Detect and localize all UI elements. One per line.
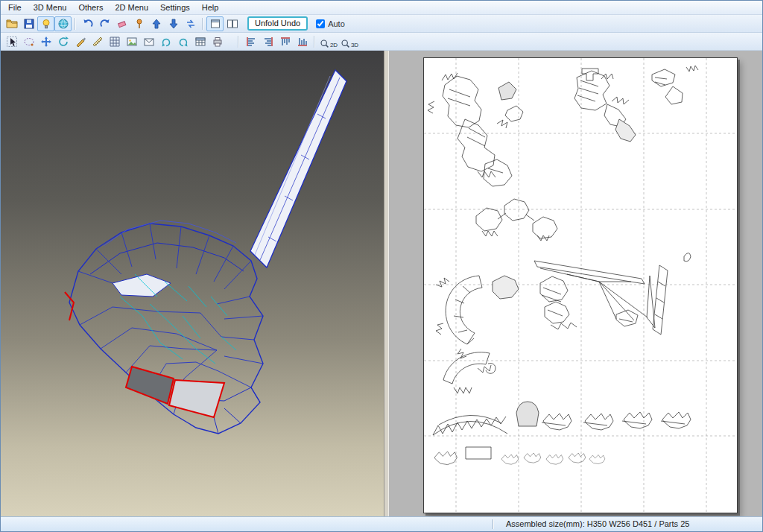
swap-button[interactable]	[182, 16, 199, 31]
toolbar-2d: 2D 3D	[1, 33, 762, 51]
menu-help[interactable]: Help	[196, 1, 225, 13]
save-button[interactable]	[20, 16, 37, 31]
pattern-cluster[interactable]	[652, 66, 698, 104]
pattern-cluster[interactable]	[574, 69, 636, 142]
zoom-3d-button[interactable]: 3D	[339, 34, 360, 49]
menu-2d-menu[interactable]: 2D Menu	[109, 1, 154, 13]
layout-table-button[interactable]	[191, 34, 209, 49]
auto-checkbox-label: Auto	[328, 19, 345, 28]
toolbar-separator	[75, 18, 76, 30]
pattern-cluster[interactable]	[534, 261, 648, 326]
menu-others[interactable]: Others	[72, 1, 109, 13]
arrow-up-icon	[151, 18, 162, 30]
split-window-icon	[227, 18, 238, 30]
ruler-icon	[92, 36, 104, 48]
pattern-cluster[interactable]	[434, 447, 605, 465]
rotate-part-button[interactable]	[54, 34, 72, 49]
pin-button[interactable]	[130, 16, 148, 31]
undo-button[interactable]	[79, 16, 96, 31]
align-right-button[interactable]	[259, 34, 276, 49]
pane-splitter[interactable]	[384, 51, 389, 516]
lightbulb-icon	[40, 18, 52, 30]
textured-sphere-icon	[57, 18, 69, 30]
grid-button[interactable]	[106, 34, 123, 49]
viewport-2d[interactable]	[389, 51, 762, 516]
move-up-button[interactable]	[148, 16, 165, 31]
export-button[interactable]	[140, 34, 157, 49]
align-left-icon	[245, 36, 257, 48]
redo-button[interactable]	[96, 16, 113, 31]
auto-checkbox[interactable]	[316, 19, 325, 28]
rotate-right-button[interactable]	[174, 34, 191, 49]
viewport-3d[interactable]	[1, 51, 384, 516]
pattern-page[interactable]	[423, 57, 738, 513]
undo-arrow-icon	[82, 18, 94, 30]
texture-toggle-button[interactable]	[54, 16, 72, 31]
pattern-cluster[interactable]	[433, 415, 507, 435]
edit-edge-button[interactable]	[72, 34, 89, 49]
grid-icon	[109, 36, 121, 48]
status-bar: Assembled size(mm): H350 W256 D451 / Par…	[1, 516, 762, 531]
view-single-button[interactable]	[206, 16, 224, 31]
open-folder-icon	[6, 18, 18, 30]
unfold-undo-button[interactable]: Unfold Undo	[247, 16, 308, 31]
menu-file[interactable]: File	[2, 1, 28, 13]
menu-bar: File 3D Menu Others 2D Menu Settings Hel…	[1, 1, 762, 15]
swap-arrows-icon	[185, 18, 197, 30]
status-separator	[493, 519, 494, 529]
magnifier-icon	[320, 39, 329, 48]
menu-3d-menu[interactable]: 3D Menu	[28, 1, 73, 13]
zoom-2d-label: 2D	[330, 42, 338, 48]
model-3d-wireframe	[1, 51, 384, 516]
pattern-sheet	[424, 58, 737, 513]
select-arrow-icon	[6, 36, 18, 48]
floppy-icon	[23, 18, 35, 30]
align-bottom-button[interactable]	[294, 34, 311, 49]
open-button[interactable]	[3, 16, 20, 31]
image-icon	[126, 36, 138, 48]
zoom-2d-button[interactable]: 2D	[318, 34, 339, 49]
align-top-button[interactable]	[276, 34, 294, 49]
pattern-cluster[interactable]	[647, 265, 668, 335]
align-left-button[interactable]	[242, 34, 259, 49]
select-button[interactable]	[3, 34, 20, 49]
scale-button[interactable]	[89, 34, 106, 49]
assembled-size-text: Assembled size(mm): H350 W256 D451 / Par…	[506, 519, 689, 528]
main-area	[1, 51, 762, 516]
pattern-cluster[interactable]	[436, 276, 519, 358]
redo-arrow-icon	[99, 18, 111, 30]
auto-checkbox-wrap: Auto	[316, 19, 345, 28]
view-split-button[interactable]	[224, 16, 241, 31]
printer-icon	[212, 36, 224, 48]
pattern-cluster[interactable]	[516, 402, 691, 430]
envelope-icon	[143, 36, 155, 48]
single-window-icon	[209, 18, 221, 30]
pattern-cluster[interactable]	[428, 73, 523, 186]
model-selected-parts[interactable]	[65, 292, 224, 417]
lasso-icon	[23, 36, 35, 48]
move-arrows-icon	[40, 36, 52, 48]
texture-image-button[interactable]	[123, 34, 140, 49]
rotate-right-icon	[177, 36, 189, 48]
toolbar-separator	[314, 36, 315, 48]
toolbar-separator	[202, 18, 203, 30]
magnifier-icon	[341, 39, 350, 48]
align-top-icon	[279, 36, 291, 48]
app-window: File 3D Menu Others 2D Menu Settings Hel…	[0, 0, 763, 532]
move-part-button[interactable]	[37, 34, 54, 49]
eraser-button[interactable]	[113, 16, 130, 31]
toolbar-separator	[238, 36, 239, 48]
eraser-icon	[116, 18, 128, 30]
pattern-cluster[interactable]	[684, 253, 691, 262]
rotate-left-button[interactable]	[157, 34, 174, 49]
lasso-select-button[interactable]	[20, 34, 37, 49]
pattern-cluster[interactable]	[476, 199, 557, 241]
pattern-cluster[interactable]	[443, 352, 496, 393]
menu-settings[interactable]: Settings	[154, 1, 196, 13]
toolbar-main: Unfold Undo Auto	[1, 15, 762, 33]
align-bottom-icon	[297, 36, 308, 48]
move-down-button[interactable]	[165, 16, 182, 31]
pin-icon	[133, 18, 145, 30]
light-toggle-button[interactable]	[37, 16, 54, 31]
print-button[interactable]	[209, 34, 226, 49]
